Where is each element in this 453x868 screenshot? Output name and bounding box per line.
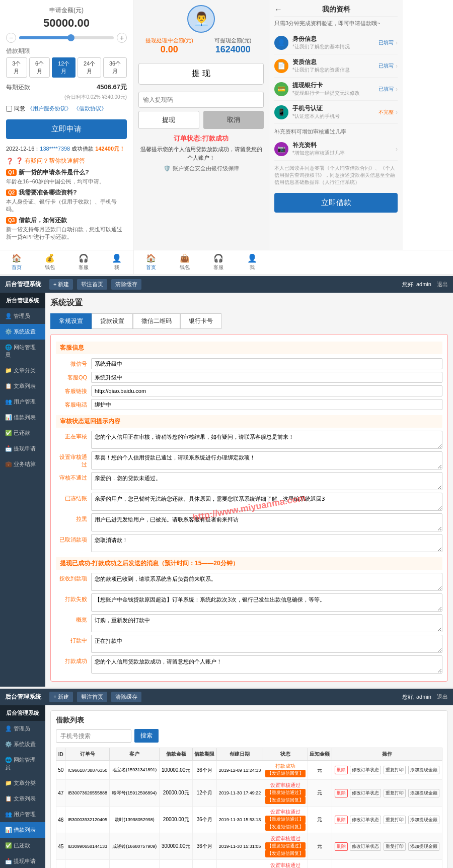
sidebar-item-repaid-1[interactable]: ✅ 已还款: [0, 425, 45, 441]
term-24m[interactable]: 24个月: [78, 57, 101, 78]
term-3m[interactable]: 3个月: [6, 57, 27, 78]
admin-new-btn-2[interactable]: + 新建: [49, 692, 73, 702]
withdraw-code-input[interactable]: [138, 92, 264, 108]
withdraw-amount-btn[interactable]: 添加提现金额: [408, 816, 439, 824]
modify-order-btn[interactable]: 修改订单状态: [350, 816, 381, 824]
sidebar-item-category-1[interactable]: 📁 文章分类: [0, 363, 45, 378]
transferring-input[interactable]: 正在打款中: [91, 635, 442, 653]
search-input[interactable]: [56, 729, 131, 743]
withdraw-confirm-btn[interactable]: 提现: [138, 111, 199, 129]
link2[interactable]: 《借款协议》: [73, 105, 107, 112]
resend-btn[interactable]: 【发送短信回复】: [265, 823, 306, 831]
info-item-bank[interactable]: 💳 提现银行卡 *提现银行卡一经提交无法修改 已填写 ›: [274, 78, 398, 101]
print-btn[interactable]: 重复打印: [384, 766, 406, 774]
tab-bankcard[interactable]: 银行卡号: [180, 313, 221, 329]
sidebar-item-articles-2[interactable]: 📋 文章列表: [0, 791, 45, 807]
withdraw-amount-btn[interactable]: 添加提现金额: [408, 842, 439, 851]
back-arrow-icon[interactable]: ←: [274, 5, 282, 14]
tab-qrcode[interactable]: 微信二维码: [133, 313, 180, 329]
nav-home-2[interactable]: 🏠 首页: [134, 250, 168, 274]
resend-btn[interactable]: 【发送短信回复】: [265, 850, 306, 857]
frozen-input[interactable]: 亲爱的用户，您已暂时无法给您还款。具体原因，需要您联系系统详细了解，这里编系统返…: [91, 493, 442, 511]
sidebar-item-webadmin-1[interactable]: 🌐 网站管理员: [0, 340, 45, 363]
admin-logout-2[interactable]: 退出: [437, 694, 448, 700]
nav-wallet-2[interactable]: 👜 钱包: [168, 250, 201, 274]
overview-input[interactable]: 订购，重新发的打款中: [91, 614, 442, 632]
delete-btn[interactable]: 删除: [335, 842, 348, 851]
sidebar-item-business-1[interactable]: 💼 业务结算: [0, 456, 45, 472]
sidebar-item-loans-1[interactable]: 📊 借款列表: [0, 410, 45, 425]
nav-service-2[interactable]: 🎧 客服: [202, 250, 236, 274]
sidebar-item-admin-1[interactable]: 👤 管理员: [0, 308, 45, 324]
sidebar-item-admin-2[interactable]: 👤 管理员: [0, 721, 45, 737]
sidebar-item-withdraw-1[interactable]: 📩 提现申请: [0, 441, 45, 456]
tab-general[interactable]: 常规设置: [50, 313, 92, 329]
sidebar-item-loans-2[interactable]: 📊 借款列表: [0, 822, 45, 838]
slider-minus-icon[interactable]: −: [6, 33, 16, 43]
info-item-phone[interactable]: 📱 手机号认证 *认证您本人的手机号 不完整 ›: [274, 101, 398, 124]
sidebar-item-settings-1[interactable]: ⚙️ 系统设置: [0, 324, 45, 340]
transfer-fail-input[interactable]: 【您账户中金钱贷款原因超边】订单系统：系统此款次3次，银行已发生出款信息确保，等…: [91, 593, 442, 612]
slider-plus-icon[interactable]: +: [117, 33, 127, 43]
resend-btn[interactable]: 【发送短信回复】: [265, 796, 306, 804]
modify-order-btn[interactable]: 修改订单状态: [350, 842, 381, 851]
nav-me-2[interactable]: 👤 我: [236, 250, 269, 274]
print-btn[interactable]: 重复打印: [384, 816, 406, 824]
sidebar-item-category-2[interactable]: 📁 文章分类: [0, 775, 45, 791]
sidebar-item-users-1[interactable]: 👥 用户管理: [0, 394, 45, 410]
admin-clear-btn-2[interactable]: 清除缓存: [111, 692, 141, 702]
print-btn[interactable]: 重复打印: [384, 842, 406, 851]
admin-clear-btn-1[interactable]: 清除缓存: [111, 279, 141, 290]
sidebar-item-webadmin-2[interactable]: 🌐 网站管理员: [0, 752, 45, 775]
received-input[interactable]: 您的款项已收到，请联系系统售后负责前来联系。: [91, 573, 442, 591]
modify-order-btn[interactable]: 修改订单状态: [350, 766, 381, 774]
cs-phone-input[interactable]: [91, 399, 442, 410]
admin-new-btn-1[interactable]: + 新建: [49, 279, 73, 290]
search-button[interactable]: 搜索: [134, 729, 159, 743]
borrow-now-btn[interactable]: 立即借款: [274, 193, 398, 213]
wechat-input[interactable]: [91, 358, 442, 369]
nav-wallet-1[interactable]: 💰 钱包: [33, 250, 66, 274]
nav-home-1[interactable]: 🏠 首页: [0, 250, 33, 274]
link1[interactable]: 《用户服务协议》: [27, 105, 71, 112]
sidebar-item-users-2[interactable]: 👥 用户管理: [0, 807, 45, 822]
term-12m[interactable]: 12个月: [52, 57, 76, 78]
sidebar-item-articles-1[interactable]: 📋 文章列表: [0, 378, 45, 394]
print-btn[interactable]: 重复打印: [384, 789, 406, 797]
admin-home-btn-1[interactable]: 帮注首页: [77, 279, 107, 290]
slider-track[interactable]: [19, 36, 114, 39]
cancelled-input[interactable]: 您取消请款！: [91, 534, 442, 552]
rejected-input[interactable]: 亲爱的，您的贷款未通过。: [91, 472, 442, 490]
blacklist-input[interactable]: 用户已进无发给用户，已被光。请联系客服有疑者前来拜访: [91, 513, 442, 531]
agree-checkbox[interactable]: [6, 106, 12, 112]
sidebar-item-withdraw-2[interactable]: 📩 提现申请: [0, 853, 45, 868]
sidebar-item-settings-2[interactable]: ⚙️ 系统设置: [0, 737, 45, 752]
withdraw-button[interactable]: 提 现: [138, 63, 264, 85]
delete-btn[interactable]: 删除: [335, 789, 348, 797]
term-6m[interactable]: 6个月: [29, 57, 50, 78]
admin-home-btn-2[interactable]: 帮注首页: [77, 692, 107, 702]
qq-input[interactable]: [91, 372, 442, 383]
term-36m[interactable]: 36个月: [103, 57, 127, 78]
info-item-qualification[interactable]: 📄 资质信息 *让我们了解您的资质信息 已填写 ›: [274, 54, 398, 78]
withdraw-amount-btn[interactable]: 添加提现金额: [408, 766, 439, 774]
transfer-success-input[interactable]: 您的个人信用贷款放款成功，请留意您的个人账户！: [91, 655, 442, 674]
apply-button[interactable]: 立即申请: [6, 119, 127, 139]
approved-input[interactable]: 恭喜！您的个人信用贷款已通过，请联系系统进行办理绑定款项！: [91, 451, 442, 470]
withdraw-cancel-btn[interactable]: 取消: [203, 111, 264, 129]
sidebar-item-repaid-2[interactable]: ✅ 已还款: [0, 838, 45, 853]
nav-service-1[interactable]: 🎧 客服: [67, 250, 100, 274]
tab-loan[interactable]: 贷款设置: [92, 313, 133, 329]
link-input[interactable]: [91, 385, 442, 396]
info-item-supplement[interactable]: 📷 补充资料 *增加您的审核通过几率 ›: [274, 138, 398, 161]
admin-logout-1[interactable]: 退出: [437, 281, 448, 287]
reviewing-input[interactable]: 您的个人信用正在审核，请稍等您的审核结果，如有疑问，请联系客服总是前来！: [91, 431, 442, 449]
resend-btn[interactable]: 【发送短信回复】: [265, 770, 306, 777]
withdraw-amount-btn[interactable]: 添加提现金额: [408, 789, 439, 797]
delete-btn[interactable]: 删除: [335, 816, 348, 824]
nav-me-1[interactable]: 👤 我: [100, 250, 133, 274]
slider-thumb[interactable]: [67, 34, 74, 41]
delete-btn[interactable]: 删除: [335, 766, 348, 774]
info-item-identity[interactable]: 👤 身份信息 *让我们了解您的基本情况 已填写 ›: [274, 31, 398, 54]
modify-order-btn[interactable]: 修改订单状态: [350, 789, 381, 797]
